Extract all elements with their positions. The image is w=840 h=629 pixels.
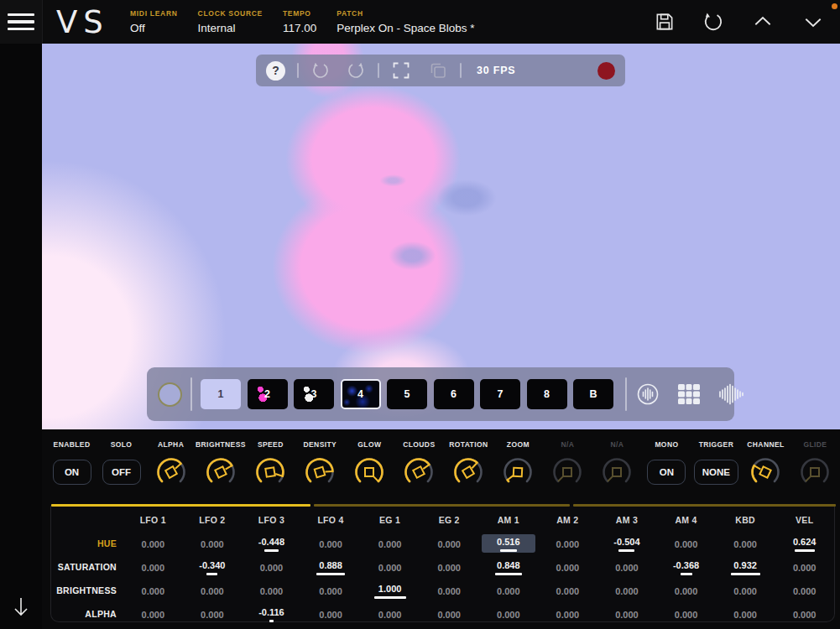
layer-button-2[interactable]: 2 <box>248 379 288 409</box>
layer-button-5[interactable]: 5 <box>387 379 427 409</box>
layer-dot[interactable] <box>158 382 182 407</box>
glow-knob[interactable] <box>352 455 387 490</box>
matrix-col-am-4[interactable]: AM 4 <box>656 508 716 532</box>
brightness-knob[interactable] <box>203 455 238 490</box>
matrix-cell[interactable]: 0.000 <box>775 579 834 602</box>
matrix-cell[interactable]: 0.000 <box>656 579 716 602</box>
zoom-knob[interactable] <box>500 455 535 490</box>
matrix-cell[interactable]: 0.000 <box>420 532 479 555</box>
help-icon[interactable]: ? <box>266 61 285 81</box>
record-button[interactable] <box>597 62 615 80</box>
matrix-cell[interactable]: 0.000 <box>360 602 420 626</box>
matrix-row-saturation[interactable]: SATURATION <box>51 555 123 579</box>
matrix-cell[interactable]: 0.000 <box>538 579 597 602</box>
matrix-col-am-2[interactable]: AM 2 <box>538 508 597 532</box>
matrix-cell[interactable]: 0.000 <box>123 532 183 555</box>
matrix-cell[interactable]: 0.000 <box>301 532 361 555</box>
matrix-row-alpha[interactable]: ALPHA <box>51 602 123 626</box>
layer-button-7[interactable]: 7 <box>480 379 520 409</box>
matrix-cell[interactable]: 0.516 <box>479 532 539 555</box>
matrix-cell[interactable]: 0.000 <box>301 602 361 626</box>
solo-toggle-button[interactable]: OFF <box>102 460 141 485</box>
matrix-cell[interactable]: 0.000 <box>775 602 834 626</box>
matrix-cell[interactable]: 0.000 <box>420 555 479 579</box>
matrix-col-am-3[interactable]: AM 3 <box>597 508 657 532</box>
clouds-knob[interactable] <box>401 455 436 490</box>
matrix-cell[interactable]: 0.000 <box>656 602 716 626</box>
topbar-field-clock-source[interactable]: CLOCK SOURCEInternal <box>198 9 263 34</box>
matrix-cell[interactable]: 0.000 <box>183 602 243 626</box>
matrix-col-lfo-3[interactable]: LFO 3 <box>242 508 301 532</box>
scroll-down-icon[interactable] <box>12 595 30 619</box>
matrix-cell[interactable]: -0.368 <box>656 555 716 579</box>
copy-icon[interactable] <box>428 60 448 81</box>
matrix-cell[interactable]: 0.000 <box>242 555 301 579</box>
matrix-col-lfo-2[interactable]: LFO 2 <box>183 508 243 532</box>
undo-icon[interactable] <box>702 11 724 33</box>
matrix-cell[interactable]: 0.000 <box>360 532 420 555</box>
waveform-icon[interactable] <box>717 382 746 407</box>
rotation-knob[interactable] <box>451 455 486 490</box>
matrix-page-indicator[interactable] <box>573 504 836 507</box>
matrix-page-indicator-active[interactable] <box>51 504 310 507</box>
matrix-cell[interactable]: -0.340 <box>183 555 243 579</box>
layer-button-3[interactable]: 3 <box>294 379 334 409</box>
layer-button-8[interactable]: 8 <box>527 379 567 409</box>
matrix-cell[interactable]: 0.000 <box>775 555 834 579</box>
topbar-field-midi-learn[interactable]: MIDI LEARNOff <box>130 9 178 34</box>
redo-icon[interactable] <box>346 60 366 81</box>
matrix-cell[interactable]: 0.000 <box>538 602 597 626</box>
layer-button-6[interactable]: 6 <box>434 379 474 409</box>
fullscreen-icon[interactable] <box>391 60 411 81</box>
matrix-page-indicator[interactable] <box>314 504 570 507</box>
matrix-cell[interactable]: 0.000 <box>123 555 183 579</box>
matrix-cell[interactable]: 0.000 <box>301 579 361 602</box>
matrix-cell[interactable]: 0.000 <box>183 579 243 602</box>
layer-button-4[interactable]: 4 <box>341 379 381 409</box>
enabled-toggle-button[interactable]: ON <box>53 460 91 485</box>
matrix-cell[interactable]: 0.000 <box>183 532 243 555</box>
matrix-cell[interactable]: -0.448 <box>242 532 301 555</box>
density-knob[interactable] <box>302 455 337 490</box>
matrix-col-am-1[interactable]: AM 1 <box>479 508 539 532</box>
matrix-cell[interactable]: 0.000 <box>479 579 539 602</box>
matrix-cell[interactable]: 0.000 <box>123 602 183 626</box>
matrix-col-lfo-4[interactable]: LFO 4 <box>301 508 361 532</box>
matrix-cell[interactable]: 0.000 <box>538 555 597 579</box>
undo-icon[interactable] <box>310 60 331 81</box>
matrix-col-vel[interactable]: VEL <box>775 508 834 532</box>
matrix-row-brightness[interactable]: BRIGHTNESS <box>51 579 123 602</box>
matrix-cell[interactable]: 0.000 <box>597 579 657 602</box>
matrix-cell[interactable]: 0.000 <box>716 532 775 555</box>
topbar-field-patch[interactable]: PATCHPerplex On - Space Blobs * <box>337 9 474 34</box>
layer-button-1[interactable]: 1 <box>201 379 241 409</box>
matrix-cell[interactable]: 0.000 <box>479 602 539 626</box>
visual-canvas[interactable]: ? 30 FPS <box>42 44 840 429</box>
trigger-toggle-button[interactable]: NONE <box>694 460 738 485</box>
matrix-cell[interactable]: 0.000 <box>597 602 657 626</box>
speed-knob[interactable] <box>253 455 288 490</box>
matrix-cell[interactable]: 0.000 <box>123 579 183 602</box>
matrix-cell[interactable]: 0.000 <box>656 532 716 555</box>
matrix-cell[interactable]: 0.000 <box>538 532 597 555</box>
channel-knob[interactable] <box>748 455 783 490</box>
matrix-cell[interactable]: 0.000 <box>597 555 657 579</box>
matrix-cell[interactable]: 0.000 <box>716 602 775 626</box>
matrix-col-lfo-1[interactable]: LFO 1 <box>123 508 183 532</box>
save-icon[interactable] <box>654 11 676 33</box>
matrix-cell[interactable]: 0.000 <box>716 579 775 602</box>
audio-react-icon[interactable] <box>635 382 660 407</box>
matrix-cell[interactable]: -0.116 <box>242 602 301 626</box>
matrix-cell[interactable]: 0.000 <box>242 579 301 602</box>
matrix-col-eg-2[interactable]: EG 2 <box>420 508 479 532</box>
matrix-cell[interactable]: 0.000 <box>420 579 479 602</box>
mono-toggle-button[interactable]: ON <box>647 460 686 485</box>
matrix-cell[interactable]: 0.000 <box>360 555 420 579</box>
matrix-cell[interactable]: 0.624 <box>775 532 834 555</box>
alpha-knob[interactable] <box>154 455 189 490</box>
matrix-cell[interactable]: 0.888 <box>301 555 361 579</box>
matrix-grid-icon[interactable] <box>676 383 702 405</box>
matrix-col-eg-1[interactable]: EG 1 <box>360 508 420 532</box>
matrix-cell[interactable]: 0.932 <box>716 555 775 579</box>
chevron-up-icon[interactable] <box>751 11 775 33</box>
